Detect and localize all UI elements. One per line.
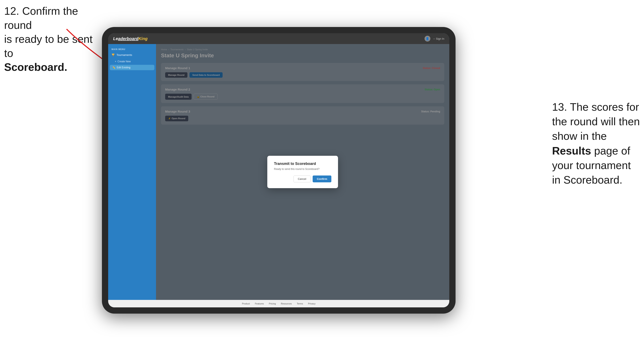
navbar-right: 👤 → Sign In (424, 36, 444, 41)
footer-terms[interactable]: Terms (297, 302, 303, 305)
footer-resources[interactable]: Resources (281, 302, 292, 305)
modal-actions: Cancel Confirm (274, 175, 331, 182)
plus-icon: + (115, 60, 116, 63)
annotation-line2: is ready to be sent to (4, 33, 92, 59)
sidebar-item-tournaments[interactable]: 🏆 Tournaments (108, 51, 156, 59)
footer-product[interactable]: Product (242, 302, 250, 305)
navbar-logo: LeaderboardKing (113, 36, 148, 41)
tournaments-label: Tournaments (116, 53, 132, 56)
tablet-footer: Product Features Pricing Resources Terms… (108, 300, 449, 307)
main-layout: MAIN MENU 🏆 Tournaments + Create New ✏️ … (108, 44, 449, 300)
tablet-device: LeaderboardKing 👤 → Sign In MAIN MENU 🏆 … (102, 27, 456, 314)
sidebar-item-create-new[interactable]: + Create New (108, 59, 156, 64)
annotation-top: 12. Confirm the round is ready to be sen… (4, 4, 100, 74)
edit-icon: ✏️ (112, 66, 116, 69)
create-new-label: Create New (118, 60, 131, 63)
edit-existing-label: Edit Existing (117, 66, 130, 69)
trophy-icon: 🏆 (112, 53, 115, 56)
annotation-right-text: 13. The scores for the round will then s… (552, 101, 640, 186)
tablet-screen: LeaderboardKing 👤 → Sign In MAIN MENU 🏆 … (108, 33, 449, 307)
sidebar: MAIN MENU 🏆 Tournaments + Create New ✏️ … (108, 44, 156, 300)
annotation-line3: Scoreboard. (4, 61, 67, 73)
footer-pricing[interactable]: Pricing (269, 302, 276, 305)
cancel-button[interactable]: Cancel (294, 175, 310, 182)
annotation-line1: 12. Confirm the round (4, 5, 78, 31)
main-menu-label: MAIN MENU (108, 46, 156, 51)
modal-subtitle: Ready to send this round to Scoreboard? (274, 168, 331, 171)
top-navbar: LeaderboardKing 👤 → Sign In (108, 33, 449, 44)
sidebar-item-edit-existing[interactable]: ✏️ Edit Existing (110, 65, 154, 70)
sign-in-link[interactable]: → Sign In (432, 37, 444, 40)
modal-title: Transmit to Scoreboard (274, 162, 331, 166)
confirm-button[interactable]: Confirm (313, 175, 331, 182)
modal-overlay: Transmit to Scoreboard Ready to send thi… (156, 44, 449, 300)
footer-privacy[interactable]: Privacy (308, 302, 316, 305)
annotation-right: 13. The scores for the round will then s… (552, 100, 640, 187)
transmit-modal: Transmit to Scoreboard Ready to send thi… (267, 156, 338, 188)
user-avatar: 👤 (424, 36, 430, 41)
content-area: Home › Tournaments › State U Spring Invi… (156, 44, 449, 300)
footer-features[interactable]: Features (255, 302, 264, 305)
